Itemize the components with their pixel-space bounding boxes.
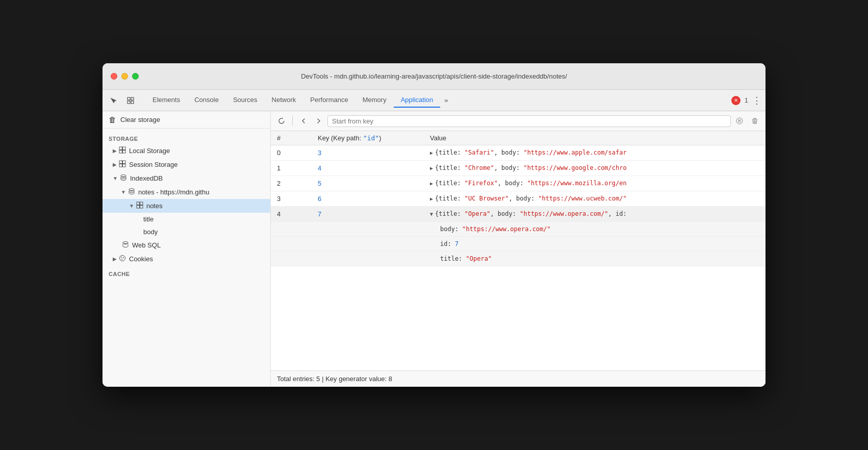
sidebar-item-session-storage[interactable]: ▶ Session Storage [103, 158, 270, 171]
row-num: 0 [271, 145, 312, 161]
svg-point-20 [121, 257, 122, 258]
websql-label: Web SQL [132, 241, 161, 249]
row-key: 5 [312, 176, 424, 191]
grid-icon [119, 160, 126, 169]
cookie-icon [119, 255, 126, 263]
notes-db-label: notes - https://mdn.githu [138, 188, 209, 196]
expand-arrow-icon: ▶ [430, 196, 433, 202]
key-search-input[interactable] [327, 115, 731, 127]
row-num: 2 [271, 176, 312, 191]
inspect-icon[interactable] [124, 94, 137, 107]
svg-rect-17 [140, 206, 143, 209]
svg-rect-0 [127, 97, 130, 100]
status-bar: Total entries: 5 | Key generator value: … [271, 370, 765, 387]
more-menu-button[interactable]: ⋮ [752, 95, 761, 106]
row-num: 1 [271, 161, 312, 176]
table-row-detail: body: "https://www.opera.com/" [271, 222, 765, 237]
devtools-window: DevTools - mdn.github.io/learning-area/j… [103, 63, 765, 387]
prev-button[interactable] [297, 114, 310, 128]
clear-search-button[interactable] [733, 114, 746, 128]
data-table: # Key (Key path: "id") Value 0 3 ▶{title… [271, 131, 765, 370]
table-row[interactable]: 4 7 ▼{title: "Opera", body: "https://www… [271, 207, 765, 222]
sidebar-item-cookies[interactable]: ▶ Cookies [103, 252, 270, 266]
tab-memory[interactable]: Memory [355, 93, 394, 108]
clear-storage-button[interactable]: 🗑 Clear storage [103, 111, 270, 129]
sidebar-item-local-storage[interactable]: ▶ Local Storage [103, 144, 270, 158]
arrow-icon: ▶ [113, 162, 117, 167]
svg-rect-9 [123, 161, 126, 164]
sidebar: 🗑 Clear storage Storage ▶ Local Storage … [103, 111, 271, 387]
svg-rect-1 [131, 97, 134, 100]
maximize-button[interactable] [132, 73, 139, 80]
svg-rect-15 [140, 202, 143, 205]
cursor-icon[interactable] [107, 94, 120, 107]
traffic-lights [111, 73, 139, 80]
close-button[interactable] [111, 73, 117, 80]
table-row[interactable]: 1 4 ▶{title: "Chrome", body: "https://ww… [271, 161, 765, 176]
arrow-icon: ▶ [113, 148, 117, 154]
table-row[interactable]: 2 5 ▶{title: "Firefox", body: "https://w… [271, 176, 765, 191]
table-row-detail: title: "Opera" [271, 252, 765, 266]
table-row[interactable]: 3 6 ▶{title: "UC Browser", body: "https:… [271, 191, 765, 207]
svg-point-19 [120, 256, 125, 261]
svg-rect-5 [123, 147, 126, 150]
idb-table: # Key (Key path: "id") Value 0 3 ▶{title… [271, 131, 765, 266]
tab-performance[interactable]: Performance [303, 93, 355, 108]
tab-sources[interactable]: Sources [226, 93, 265, 108]
svg-rect-2 [127, 101, 130, 104]
svg-rect-14 [137, 202, 140, 205]
table-row[interactable]: 0 3 ▶{title: "Safari", body: "https://ww… [271, 145, 765, 161]
detail-empty [271, 252, 312, 266]
sidebar-item-websql[interactable]: Web SQL [103, 238, 270, 252]
sidebar-item-body-field[interactable]: body [103, 226, 270, 238]
db-icon [128, 188, 135, 196]
svg-rect-8 [119, 161, 122, 164]
svg-rect-6 [119, 151, 122, 154]
svg-point-12 [121, 175, 126, 177]
row-value: ▶{title: "Firefox", body: "https://www.m… [424, 176, 765, 191]
detail-empty [271, 222, 312, 237]
detail-empty [312, 222, 424, 237]
tab-network[interactable]: Network [265, 93, 303, 108]
sidebar-item-notes-table[interactable]: ▼ notes [103, 199, 270, 213]
sidebar-item-indexeddb[interactable]: ▼ IndexedDB [103, 171, 270, 185]
error-icon: ✕ [734, 97, 738, 103]
sidebar-item-title-field[interactable]: title [103, 213, 270, 226]
title-field-label: title [143, 215, 154, 223]
arrow-icon: ▼ [121, 189, 126, 195]
db-icon [120, 174, 127, 183]
table-row-detail: id: 7 [271, 237, 765, 252]
row-key: 7 [312, 207, 424, 222]
tab-application[interactable]: Application [394, 93, 441, 108]
row-value: ▶{title: "Safari", body: "https://www.ap… [424, 145, 765, 161]
session-storage-label: Session Storage [129, 161, 177, 168]
detail-empty [312, 237, 424, 252]
sidebar-item-notes-db[interactable]: ▼ notes - https://mdn.githu [103, 185, 270, 199]
error-badge: ✕ [731, 96, 741, 105]
row-key: 3 [312, 145, 424, 161]
expand-arrow-icon: ▶ [430, 181, 433, 186]
svg-rect-4 [119, 147, 122, 150]
next-button[interactable] [312, 114, 325, 128]
delete-entry-button[interactable] [748, 114, 761, 128]
tab-console[interactable]: Console [187, 93, 226, 108]
cache-section-header: Cache [103, 266, 270, 279]
detail-empty [312, 252, 424, 266]
content-panel: # Key (Key path: "id") Value 0 3 ▶{title… [271, 111, 765, 387]
minimize-button[interactable] [121, 73, 128, 80]
svg-point-13 [129, 189, 134, 191]
row-key: 6 [312, 191, 424, 207]
svg-rect-16 [137, 206, 140, 209]
svg-point-18 [123, 242, 128, 244]
refresh-button[interactable] [275, 114, 288, 128]
detail-id: id: 7 [424, 237, 765, 252]
tab-bar: Elements Console Sources Network Perform… [103, 90, 765, 111]
more-tabs-button[interactable]: » [440, 93, 452, 107]
svg-rect-10 [119, 164, 122, 167]
db-icon [122, 241, 129, 249]
row-num: 3 [271, 191, 312, 207]
tab-elements[interactable]: Elements [145, 93, 187, 108]
svg-rect-7 [123, 151, 126, 154]
grid-icon [136, 202, 143, 210]
row-value: ▶{title: "UC Browser", body: "https://ww… [424, 191, 765, 207]
